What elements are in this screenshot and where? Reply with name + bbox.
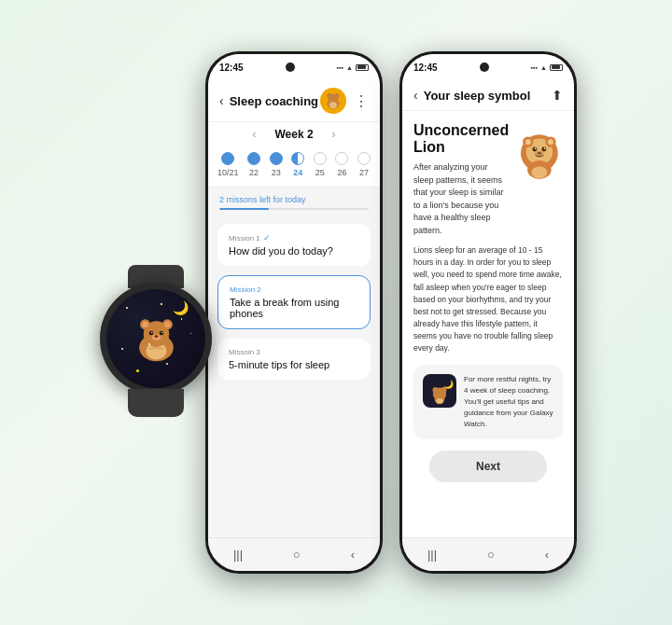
signal-icon-2: ▪▪▪	[531, 64, 538, 71]
status-icons-2: ▪▪▪ ▲	[531, 64, 563, 71]
back-nav-button-1[interactable]: ‹	[351, 548, 355, 562]
sleep-coaching-header: ‹ Sleep coaching ⋮	[208, 80, 380, 122]
lion-name: Unconcerned Lion	[413, 122, 509, 156]
phone-time-2: 12:45	[413, 62, 438, 73]
status-bar-1: 12:45 ▪▪▪ ▲	[208, 54, 380, 80]
phone-inner-2: 12:45 ▪▪▪ ▲ ‹ Your sleep symbol ⬆	[402, 54, 574, 571]
day-num-22: 22	[249, 168, 259, 177]
svg-point-23	[548, 139, 553, 145]
star	[166, 363, 168, 365]
svg-point-24	[533, 146, 538, 151]
day-25[interactable]: 25	[314, 152, 327, 177]
battery-icon	[356, 64, 369, 71]
share-button[interactable]: ⬆	[552, 88, 563, 103]
wifi-icon: ▲	[346, 64, 353, 71]
svg-point-17	[329, 102, 337, 108]
prev-week-button[interactable]: ‹	[252, 128, 256, 141]
svg-point-36	[441, 387, 446, 393]
mission-3[interactable]: Missoin 3 5-minute tips for sleep	[217, 339, 371, 380]
camera-notch-2	[480, 62, 489, 72]
info-box: 🌙 For more restful nights, try 4 week of…	[413, 365, 563, 439]
home-button-1[interactable]: ○	[293, 548, 301, 562]
watch-screen: 🌙	[106, 289, 205, 388]
sleep-coaching-phone: 12:45 ▪▪▪ ▲ ‹ Sleep coaching	[205, 51, 383, 574]
smartwatch: 🌙	[95, 259, 217, 404]
day-num-25: 25	[315, 168, 325, 177]
sleep-symbol-header: ‹ Your sleep symbol ⬆	[402, 80, 574, 111]
bear-moon-icon: 🌙	[425, 376, 455, 406]
day-23[interactable]: 23	[270, 152, 283, 177]
star	[190, 333, 191, 334]
svg-point-22	[525, 139, 531, 145]
mission-1-label: Mission 1 ✓	[229, 233, 359, 243]
battery-icon-2	[550, 64, 563, 71]
camera-notch-1	[286, 62, 295, 72]
signal-icon: ▪▪▪	[337, 64, 343, 71]
sleep-coaching-title: Sleep coaching	[230, 94, 318, 108]
watch-stars	[106, 289, 205, 388]
next-week-button[interactable]: ›	[332, 128, 336, 141]
home-button-2[interactable]: ○	[487, 548, 495, 562]
mission-3-text: 5-minute tips for sleep	[229, 359, 359, 370]
menu-button[interactable]: ⋮	[354, 92, 369, 110]
watch-body-container: 🌙	[95, 259, 217, 404]
mission-2-text: Take a break from using phones	[230, 297, 358, 319]
week-label: Week 2	[274, 128, 313, 141]
main-scene: 🌙	[95, 51, 577, 574]
day-num-21: 10/21	[217, 168, 239, 177]
svg-point-25	[542, 146, 547, 151]
lion-text-section: Unconcerned Lion After analyzing your sl…	[413, 122, 509, 237]
day-27[interactable]: 27	[357, 152, 371, 177]
svg-point-35	[432, 387, 438, 393]
day-num-24: 24	[293, 168, 302, 177]
day-dot-25	[314, 152, 327, 165]
status-bar-2: 12:45 ▪▪▪ ▲	[402, 54, 574, 80]
back-button-1[interactable]: ‹	[219, 93, 224, 108]
next-button[interactable]: Next	[429, 451, 547, 482]
header-left: ‹ Sleep coaching	[219, 93, 318, 108]
info-text: For more restful nights, try 4 week of s…	[464, 374, 553, 430]
recent-apps-button-1[interactable]: |||	[233, 548, 243, 562]
sleep-symbol-title: Your sleep symbol	[424, 89, 531, 103]
mission-2-label: Mission 2	[230, 285, 358, 294]
star	[121, 348, 123, 350]
day-dot-26	[335, 152, 348, 165]
watch-case: 🌙	[100, 283, 212, 395]
day-26[interactable]: 26	[335, 152, 348, 177]
progress-bar	[219, 208, 369, 210]
day-num-27: 27	[359, 168, 369, 177]
svg-point-26	[535, 147, 537, 149]
moon-icon: 🌙	[173, 300, 189, 315]
svg-point-27	[544, 147, 546, 149]
mission-2[interactable]: Mission 2 Take a break from using phones	[217, 275, 371, 329]
progress-fill	[219, 208, 269, 210]
day-dot-23	[270, 152, 283, 165]
star	[126, 307, 128, 309]
day-22[interactable]: 22	[247, 152, 260, 177]
day-dot-21	[221, 152, 234, 165]
mission-1[interactable]: Mission 1 ✓ How did you do today?	[217, 224, 371, 266]
symbol-header-left: ‹ Your sleep symbol	[413, 88, 530, 103]
status-icons-1: ▪▪▪ ▲	[337, 64, 369, 71]
back-nav-button-2[interactable]: ‹	[545, 548, 549, 562]
day-24[interactable]: 24	[291, 152, 304, 177]
sleep-symbol-phone: 12:45 ▪▪▪ ▲ ‹ Your sleep symbol ⬆	[399, 51, 577, 574]
wifi-icon-2: ▲	[540, 64, 547, 71]
watch-moon-icon: 🌙	[423, 374, 456, 408]
star	[161, 303, 162, 305]
back-button-2[interactable]: ‹	[413, 88, 418, 103]
mission-1-text: How did you do today?	[229, 245, 359, 257]
header-icons: ⋮	[320, 88, 369, 114]
day-21[interactable]: 10/21	[217, 152, 239, 177]
lion-short-desc: After analyzing your sleep patterns, it …	[413, 161, 509, 237]
mission-1-check-icon: ✓	[263, 233, 271, 243]
days-row: 10/21 22 23 24 25	[208, 146, 380, 188]
svg-point-14	[327, 93, 331, 98]
star-bright	[136, 369, 139, 372]
day-dot-22	[247, 152, 260, 165]
bear-avatar[interactable]	[320, 88, 346, 114]
bear-icon	[324, 91, 343, 110]
bottom-nav-2: ||| ○ ‹	[402, 537, 574, 571]
recent-apps-button-2[interactable]: |||	[427, 548, 437, 562]
star	[148, 343, 150, 345]
